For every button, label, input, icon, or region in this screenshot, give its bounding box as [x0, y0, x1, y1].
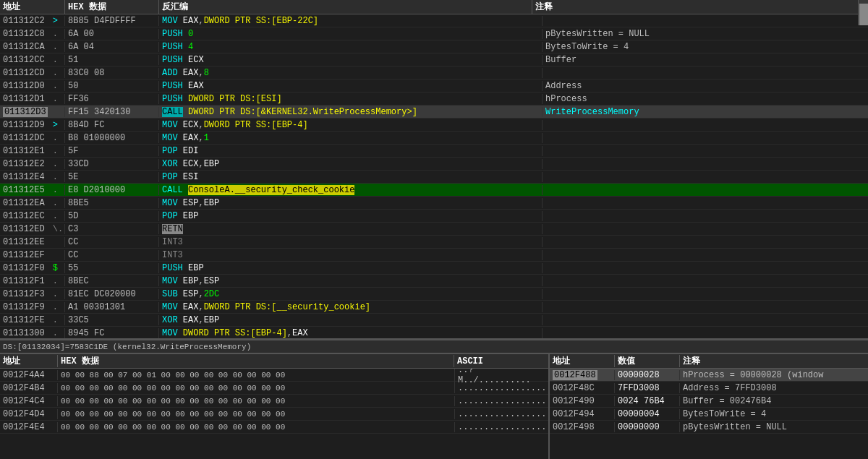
stack-addr-cell: 0012F490 [550, 396, 615, 406]
disasm-addr-cell: 011312EE [0, 237, 65, 247]
stack-addr-cell: 0012F488 [550, 370, 615, 380]
disasm-instruction-cell: SUB ESP,2DC [159, 289, 542, 299]
disasm-hex-cell: 55 [65, 263, 159, 273]
dot-marker: . [53, 276, 58, 286]
disasm-instruction-cell: POP ESI [159, 172, 542, 182]
disasm-row[interactable]: 011312E2 .33CDXOR ECX,EBP [0, 158, 868, 171]
hex-header: 地址 HEX 数据 ASCII [0, 354, 548, 369]
hex-header-ascii: ASCII [454, 356, 548, 366]
disasm-rows: 011312C2 >8B85 D4FDFFFFMOV EAX,DWORD PTR… [0, 14, 868, 338]
disasm-addr-cell: 011312CC . [0, 55, 65, 65]
disasm-row[interactable]: 011312E5 .E8 D2010000CALL ConsoleA.__sec… [0, 184, 868, 197]
addr-text: 011312CA [3, 42, 45, 52]
disasm-row[interactable]: 011312DC .B8 01000000MOV EAX,1 [0, 132, 868, 145]
hex-row[interactable]: 0012F4C400 00 00 00 00 00 00 00 00 00 00… [0, 395, 548, 408]
disasm-addr-cell: 011312FE . [0, 315, 65, 325]
stack-row[interactable]: 0012F4900024 76B4Buffer = 002476B4 [550, 395, 868, 408]
hex-addr-cell: 0012F4C4 [0, 396, 58, 406]
dot-marker: . [53, 29, 58, 39]
disasm-hex-cell: 33CD [65, 159, 159, 169]
addr-text: 011312F1 [3, 276, 45, 286]
disasm-hex-cell: 6A 04 [65, 42, 159, 52]
disasm-hex-cell: 33C5 [65, 315, 159, 325]
disasm-instruction-cell: PUSH EBP [159, 263, 542, 273]
status-bar: DS:[01132034]=7583C1DE (kernel32.WritePr… [0, 340, 868, 354]
disasm-instruction-cell: MOV ESP,EBP [159, 198, 542, 208]
dot-marker: . [53, 185, 58, 195]
disasm-hex-cell: 8BEC [65, 276, 159, 286]
disasm-row[interactable]: 011312D3FF15 3420130CALL DWORD PTR DS:[&… [0, 106, 868, 119]
empty-marker [53, 237, 58, 247]
hex-data-cell: 00 00 00 00 00 00 00 00 00 00 00 00 00 0… [58, 397, 454, 406]
hex-addr-cell: 0012F4A4 [0, 370, 58, 380]
disasm-addr-cell: 011312D3 [0, 107, 65, 117]
disasm-row[interactable]: 011312CC .51PUSH ECXBuffer [0, 53, 868, 67]
disasm-row[interactable]: 011312C2 >8B85 D4FDFFFFMOV EAX,DWORD PTR… [0, 14, 868, 27]
hex-row[interactable]: 0012F4E400 00 00 00 00 00 00 00 00 00 00… [0, 421, 548, 434]
hex-header-hex: HEX 数据 [58, 355, 454, 367]
dot-marker: . [53, 94, 58, 104]
disasm-row[interactable]: 011312C8 .6A 00PUSH 0pBytesWritten = NUL… [0, 27, 868, 40]
disasm-row[interactable]: 011312EA .8BE5MOV ESP,EBP [0, 197, 868, 210]
dot-marker: . [53, 159, 58, 169]
stack-row[interactable]: 0012F49400000004BytesToWrite = 4 [550, 408, 868, 421]
disasm-instruction-cell: POP EDI [159, 146, 542, 156]
disasm-row[interactable]: 011312F1 .8BECMOV EBP,ESP [0, 275, 868, 288]
disasm-addr-cell: 011312E1 . [0, 146, 65, 156]
stack-row[interactable]: 0012F48800000028hProcess = 00000028 (win… [550, 369, 868, 382]
disasm-row[interactable]: 011312D0 .50PUSH EAXAddress [0, 80, 868, 93]
disasm-hex-cell: FF36 [65, 94, 159, 104]
disasm-hex-cell: 83C0 08 [65, 68, 159, 78]
hex-data-cell: 00 00 88 00 07 00 01 00 00 00 00 00 00 0… [58, 371, 454, 379]
disasm-row[interactable]: 011312E1 .5FPOP EDI [0, 145, 868, 158]
disasm-row[interactable]: 01131300 .8945 FCMOV DWORD PTR SS:[EBP-4… [0, 327, 868, 338]
stack-row[interactable]: 0012F49800000000pBytesWritten = NULL [550, 421, 868, 434]
disasm-hex-cell: 8B85 D4FDFFFF [65, 16, 159, 26]
disasm-row[interactable]: 011312D9 >8B4D FCMOV ECX,DWORD PTR SS:[E… [0, 119, 868, 132]
disasm-instruction-cell: POP EBP [159, 211, 542, 221]
disasm-row[interactable]: 011312EC .5DPOP EBP [0, 210, 868, 223]
disasm-row[interactable]: 011312F9 .A1 00301301MOV EAX,DWORD PTR D… [0, 301, 868, 314]
comment-func-name: WriteProcessMemory [545, 107, 639, 117]
disasm-addr-cell: 011312ED \. [0, 224, 65, 234]
hex-row[interactable]: 0012F4A400 00 88 00 07 00 01 00 00 00 00… [0, 369, 548, 382]
disasm-hex-cell: 6A 00 [65, 29, 159, 39]
disasm-addr-cell: 011312E2 . [0, 159, 65, 169]
disasm-comment-cell: pBytesWritten = NULL [542, 29, 868, 39]
disasm-instruction-cell: MOV DWORD PTR SS:[EBP-4],EAX [159, 328, 542, 338]
disasm-row[interactable]: 011312D1 .FF36PUSH DWORD PTR DS:[ESI]hPr… [0, 93, 868, 106]
dot-marker: . [53, 172, 58, 182]
disasm-row[interactable]: 011312EF CCINT3 [0, 249, 868, 262]
disasm-row[interactable]: 011312EE CCINT3 [0, 236, 868, 249]
disasm-row[interactable]: 011312FE .33C5XOR EAX,EBP [0, 314, 868, 327]
dot-marker: . [53, 328, 58, 338]
disasm-addr-cell: 01131300 . [0, 328, 65, 338]
stack-row[interactable]: 0012F48C7FFD3008Address = 7FFD3008 [550, 382, 868, 395]
header-hex: HEX 数据 [65, 0, 159, 14]
addr-text: 011312EF [3, 250, 45, 260]
header-disasm: 反汇编 [159, 0, 532, 14]
disasm-row[interactable]: 011312CD .83C0 08ADD EAX,8 [0, 67, 868, 80]
disasm-row[interactable]: 011312ED \.C3RETN [0, 223, 868, 236]
disasm-row[interactable]: 011312CA .6A 04PUSH 4BytesToWrite = 4 [0, 40, 868, 53]
disasm-instruction-cell: XOR ECX,EBP [159, 159, 542, 169]
disasm-row[interactable]: 011312E4 .5EPOP ESI [0, 171, 868, 184]
addr-text: 011312F3 [3, 289, 45, 299]
disasm-instruction-cell: MOV EAX,DWORD PTR SS:[EBP-22C] [159, 16, 542, 26]
hex-row[interactable]: 0012F4B400 00 00 00 00 00 00 00 00 00 00… [0, 382, 548, 395]
hex-row[interactable]: 0012F4D400 00 00 00 00 00 00 00 00 00 00… [0, 408, 548, 421]
dot-marker: . [53, 42, 58, 52]
disasm-row[interactable]: 011312F3 .81EC DC020000SUB ESP,2DC [0, 288, 868, 301]
header-comment: 注释 [532, 0, 858, 14]
disasm-instruction-cell: INT3 [159, 237, 542, 247]
addr-text: 011312C2 [3, 16, 45, 26]
stack-header-val: 数值 [615, 355, 680, 367]
hex-ascii-cell: ................. [454, 396, 548, 406]
disasm-row[interactable]: 011312F0 $55PUSH EBP [0, 262, 868, 275]
dot-marker: . [53, 146, 58, 156]
addr-text: 011312D9 [3, 120, 45, 130]
disasm-addr-cell: 011312D1 . [0, 94, 65, 104]
addr-text: 011312D1 [3, 94, 45, 104]
disasm-header: 地址 HEX 数据 反汇编 注释 [0, 0, 868, 14]
stack-header-addr: 地址 [550, 355, 615, 367]
